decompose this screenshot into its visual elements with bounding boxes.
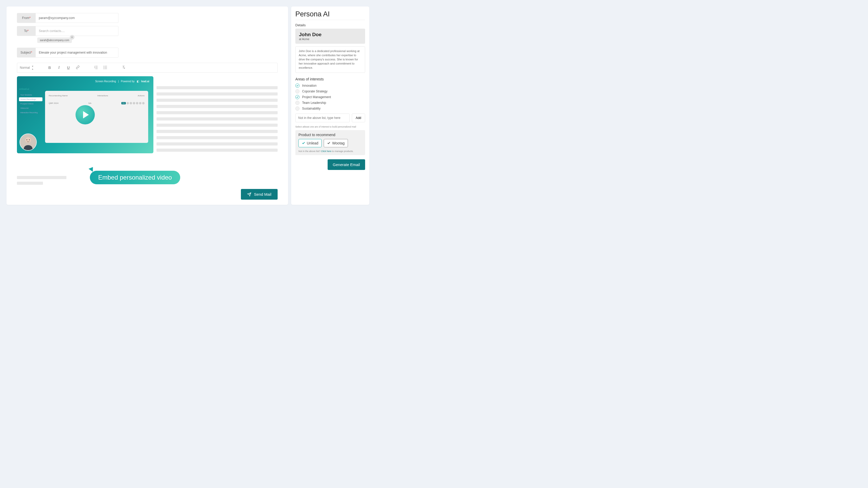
add-interest-button[interactable]: Add (352, 113, 365, 122)
details-label: Details (295, 23, 365, 27)
manage-products-link[interactable]: Click here (321, 150, 332, 153)
video-inner-sidebar: unlead.ai Your Sessions Screen Recording… (19, 88, 42, 115)
checkbox-checked-icon[interactable] (295, 84, 300, 88)
presenter-avatar (20, 133, 37, 151)
embed-video-callout: Embed personalized video (90, 171, 180, 184)
to-input[interactable] (36, 26, 119, 36)
manage-products-note: Not in the above list? Click here to man… (299, 150, 362, 153)
embedded-video[interactable]: Screen Recording | Powered by ◧ lead.ai … (17, 76, 153, 153)
unordered-list-button[interactable] (103, 65, 108, 70)
compose-panel: From* To* sarah@abccompany.com ✕ Subject… (6, 6, 288, 205)
recipient-chip[interactable]: sarah@abccompany.com ✕ (37, 37, 72, 43)
products-title: Product to recommend (299, 133, 362, 137)
svg-rect-6 (105, 66, 107, 66)
checkbox-unchecked-icon[interactable] (295, 106, 300, 110)
caret-icon: ▼▲ (32, 65, 34, 70)
interest-item[interactable]: Coporate Strategy (295, 89, 365, 94)
subject-input[interactable] (36, 47, 119, 58)
italic-button[interactable]: I (57, 66, 61, 70)
svg-rect-4 (95, 69, 98, 69)
add-interest-input[interactable] (295, 113, 350, 122)
interest-label: Innovation (302, 84, 316, 88)
interest-item[interactable]: Innovation (295, 83, 365, 89)
svg-point-7 (104, 67, 104, 68)
interests-list: InnovationCoporate StrategyProject Manag… (295, 83, 365, 111)
from-row: From* (17, 13, 278, 23)
subject-label: Subject* (17, 47, 36, 58)
body-placeholder (156, 76, 278, 171)
interest-item[interactable]: Team Leadership (295, 100, 365, 106)
recipient-email: sarah@abccompany.com (40, 39, 69, 42)
interest-label: Project Management (302, 95, 331, 99)
persona-org: at Acme (299, 37, 362, 41)
svg-text:2: 2 (94, 67, 95, 68)
send-mail-button[interactable]: Send Mail (241, 189, 278, 200)
style-dropdown[interactable]: Normal ▼▲ (20, 65, 34, 70)
product-chip[interactable]: Wootag (324, 139, 348, 147)
product-chip[interactable]: Unlead (299, 139, 322, 147)
persona-title: Persona AI (295, 10, 365, 20)
from-input[interactable] (36, 13, 119, 23)
persona-name: John Doe (299, 32, 362, 37)
svg-rect-8 (105, 67, 107, 68)
checkbox-unchecked-icon[interactable] (295, 89, 300, 93)
persona-card: John Doe at Acme (295, 29, 365, 44)
svg-point-9 (104, 68, 104, 69)
send-icon (247, 192, 251, 196)
video-brand: lead.ai (141, 80, 149, 83)
ordered-list-button[interactable]: 12 (94, 65, 98, 70)
check-icon (327, 141, 331, 145)
generate-email-button[interactable]: Generate Email (328, 159, 365, 170)
persona-description: John Doe is a dedicated professional wor… (295, 46, 365, 73)
svg-rect-3 (95, 67, 98, 68)
interest-label: Team Leadership (302, 101, 326, 105)
from-label: From* (17, 13, 36, 23)
svg-rect-1 (95, 66, 98, 66)
subject-row: Subject* (17, 47, 278, 58)
checkbox-unchecked-icon[interactable] (295, 101, 300, 105)
editor-body[interactable]: Screen Recording | Powered by ◧ lead.ai … (17, 73, 278, 171)
video-header: Screen Recording | Powered by ◧ lead.ai (95, 80, 149, 83)
interest-hint: Select atleast one are of interest to bu… (295, 125, 365, 128)
video-inner-table: Recomanding Name Interactions Actions QB… (45, 91, 148, 143)
products-box: Product to recommend UnleadWootag Not in… (295, 130, 365, 155)
style-value: Normal (20, 66, 30, 69)
svg-point-13 (27, 139, 27, 140)
to-chip-area: sarah@abccompany.com ✕ (17, 37, 278, 43)
to-row: To* (17, 26, 278, 36)
remove-chip-icon[interactable]: ✕ (70, 35, 74, 39)
to-label: To* (17, 26, 36, 36)
interest-item[interactable]: Project Management (295, 94, 365, 100)
interest-label: Sustainability (302, 107, 320, 110)
persona-panel: Persona AI Details John Doe at Acme John… (291, 6, 369, 205)
svg-rect-10 (105, 69, 107, 69)
editor-toolbar: Normal ▼▲ B I U 12 (17, 63, 278, 73)
clear-format-button[interactable] (121, 65, 126, 70)
check-icon (302, 141, 305, 145)
bold-button[interactable]: B (48, 66, 52, 70)
play-icon[interactable] (75, 105, 95, 124)
interests-title: Areas of interests (295, 77, 365, 81)
underline-button[interactable]: U (66, 66, 71, 70)
link-button[interactable] (75, 65, 80, 70)
brand-glyph-icon: ◧ (137, 80, 139, 83)
svg-point-14 (29, 139, 30, 140)
svg-point-5 (104, 66, 104, 67)
interest-label: Coporate Strategy (302, 90, 328, 93)
interest-item[interactable]: Sustainability (295, 106, 365, 111)
checkbox-checked-icon[interactable] (295, 95, 300, 99)
